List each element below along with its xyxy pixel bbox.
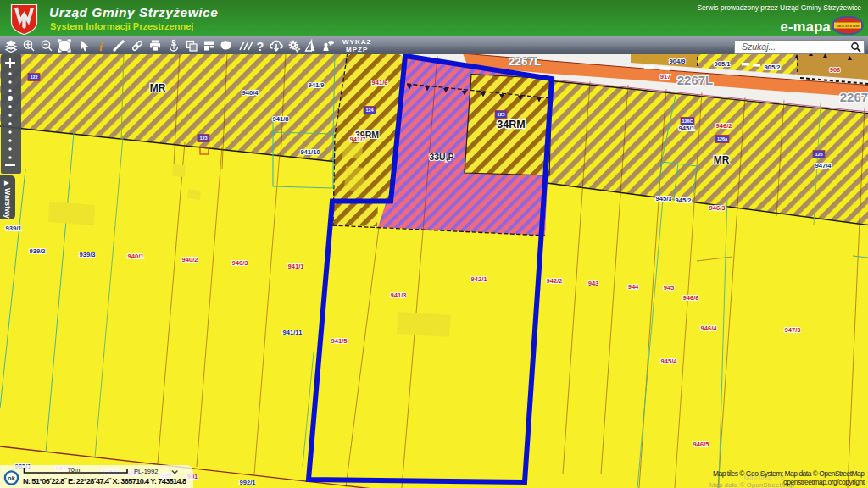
svg-text:33U,P: 33U,P	[429, 152, 453, 162]
svg-text:943: 943	[588, 280, 599, 287]
svg-text:942/1: 942/1	[470, 275, 487, 283]
svg-text:126: 126	[815, 152, 822, 157]
svg-text:942/2: 942/2	[546, 277, 562, 285]
svg-text:124: 124	[365, 108, 374, 113]
svg-text:905/2: 905/2	[764, 64, 780, 71]
svg-text:939/1: 939/1	[5, 225, 22, 232]
svg-text:2267L: 2267L	[840, 90, 868, 104]
svg-text:34RM: 34RM	[497, 119, 525, 130]
svg-text:941/11: 941/11	[283, 329, 303, 336]
svg-text:941/6: 941/6	[371, 79, 387, 86]
svg-text:946/4: 946/4	[700, 324, 717, 332]
svg-text:917: 917	[660, 73, 671, 80]
svg-text:945/2: 945/2	[675, 197, 691, 204]
svg-text:939/3: 939/3	[79, 251, 95, 258]
svg-text:Map tiles © Geo-System; Map da: Map tiles © Geo-System; Map data © OpenS…	[713, 469, 865, 478]
svg-text:946/5: 946/5	[693, 441, 709, 448]
svg-text:945/1: 945/1	[678, 125, 695, 132]
svg-text:904/9: 904/9	[669, 58, 685, 65]
svg-text:941/10: 941/10	[300, 148, 320, 156]
svg-text:941/5: 941/5	[331, 337, 348, 345]
svg-text:946/2: 946/2	[715, 122, 732, 130]
svg-text:122: 122	[30, 75, 37, 80]
svg-text:PL-1992: PL-1992	[134, 468, 158, 475]
svg-text:947/3: 947/3	[784, 326, 800, 334]
svg-text:125: 125	[497, 112, 504, 117]
svg-text:905/1: 905/1	[714, 60, 731, 68]
svg-text:906: 906	[830, 66, 841, 74]
svg-text:939/2: 939/2	[29, 247, 45, 255]
svg-text:945: 945	[664, 284, 675, 291]
svg-text:MR: MR	[150, 82, 166, 94]
svg-text:944: 944	[628, 283, 639, 291]
svg-text:ok: ok	[8, 474, 16, 482]
svg-text:126C: 126C	[682, 119, 693, 124]
svg-text:940/1: 940/1	[127, 252, 144, 260]
svg-text:i: i	[99, 40, 103, 53]
svg-text:946/3: 946/3	[709, 204, 725, 212]
svg-text:940/4: 940/4	[242, 89, 259, 97]
svg-text:946/6: 946/6	[682, 294, 698, 302]
svg-text:945/4: 945/4	[660, 358, 677, 365]
svg-text:?: ?	[257, 40, 264, 53]
svg-text:945/3: 945/3	[655, 195, 671, 202]
svg-text:N: 51°06´22.8˝ E: 22°28´47.4˝: N: 51°06´22.8˝ E: 22°28´47.4˝ X: 365710.…	[23, 477, 186, 485]
svg-text:Map data © OpenStreetMap: Map data © OpenStreetMap	[709, 481, 795, 488]
svg-text:941/9: 941/9	[308, 81, 324, 89]
svg-text:2267L: 2267L	[509, 55, 541, 68]
svg-text:openstreetmap.org/copyright: openstreetmap.org/copyright	[783, 478, 865, 486]
svg-text:941/8: 941/8	[272, 115, 288, 123]
svg-text:70m: 70m	[68, 466, 81, 474]
svg-text:940/3: 940/3	[231, 259, 248, 267]
svg-text:MR: MR	[714, 154, 730, 166]
svg-text:940/2: 940/2	[181, 256, 198, 263]
svg-text:2267L: 2267L	[677, 73, 714, 87]
svg-text:941/3: 941/3	[390, 291, 406, 299]
svg-text:126a: 126a	[717, 136, 728, 141]
svg-text:992/1: 992/1	[239, 479, 256, 486]
svg-text:941/7: 941/7	[349, 136, 365, 143]
svg-text:GEO-SYSTEM: GEO-SYSTEM	[837, 24, 860, 28]
svg-text:941/1: 941/1	[287, 263, 304, 270]
svg-text:947/4: 947/4	[815, 162, 832, 169]
svg-text:123: 123	[199, 136, 207, 141]
